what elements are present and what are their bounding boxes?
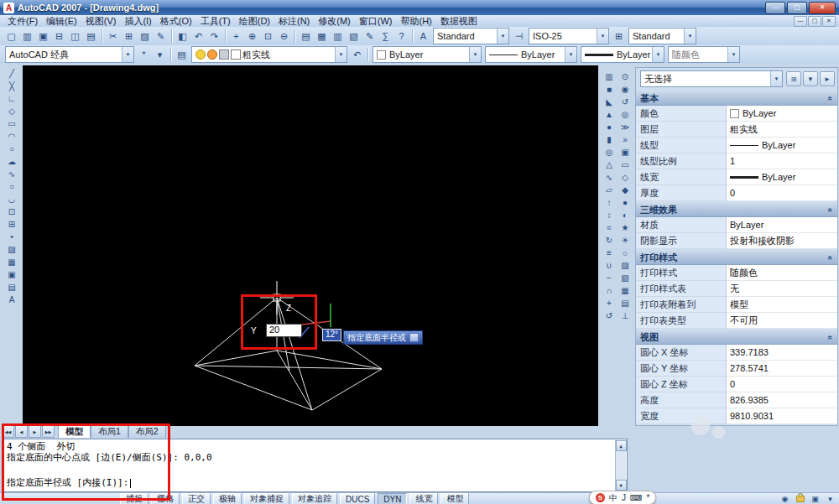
selection-combo[interactable]: 无选择 ▼ [640, 70, 783, 87]
status-toggle-snap[interactable]: 捕捉 [120, 493, 149, 504]
status-toggle-model-space[interactable]: 模型 [440, 493, 469, 504]
torus-icon[interactable]: ◎ [602, 146, 617, 158]
toggle-pickadd-icon[interactable]: ⊞ [786, 71, 801, 86]
render-icon[interactable]: ★ [618, 221, 633, 234]
arc-icon[interactable]: ◠ [4, 130, 19, 143]
chevron-down-icon[interactable]: ▼ [684, 29, 696, 44]
properties-icon[interactable]: ▤ [298, 29, 314, 44]
property-value[interactable]: 0 [727, 377, 837, 392]
table-style-combo[interactable]: Standard ▼ [628, 28, 696, 44]
camera-icon[interactable]: ▣ [618, 146, 633, 158]
property-value[interactable]: ByLayer [727, 138, 837, 153]
circle-icon[interactable]: ○ [4, 143, 19, 155]
extrude-icon[interactable]: ↑ [602, 196, 617, 209]
property-value[interactable]: 278.5741 [727, 361, 837, 377]
zoom-window-icon[interactable]: ⊡ [260, 29, 276, 44]
new-icon[interactable]: ▢ [3, 29, 19, 44]
chevron-down-icon[interactable]: ▼ [122, 47, 133, 62]
3d-wireframe-icon[interactable]: ◇ [618, 171, 633, 184]
polygon-icon[interactable]: ◇ [4, 105, 19, 117]
layer-lock-icon[interactable] [219, 49, 229, 60]
menu-item-edit[interactable]: 编辑(E) [42, 15, 81, 28]
maximize-button[interactable]: ▢ [787, 2, 807, 14]
menu-item-format[interactable]: 格式(O) [156, 15, 196, 28]
3d-rotate-icon[interactable]: ↺ [602, 309, 617, 322]
layer-freeze-icon[interactable] [207, 49, 217, 60]
region-icon[interactable]: ▣ [4, 268, 19, 281]
2d-wireframe-icon[interactable]: ▭ [618, 158, 633, 171]
property-value[interactable]: ByLayer [727, 106, 837, 122]
cone-icon[interactable]: ▲ [602, 108, 617, 121]
workspace-settings-icon[interactable]: * [136, 47, 152, 63]
hatch-icon[interactable]: ▨ [4, 243, 19, 256]
collapse-chevron-icon[interactable]: « [826, 255, 836, 260]
table-icon[interactable]: ▤ [4, 281, 19, 294]
layer-on-icon[interactable] [195, 49, 206, 60]
tray-windows-icon[interactable]: ▣ [810, 494, 821, 504]
free-orbit-icon[interactable]: ◉ [618, 83, 633, 96]
status-toggle-ducs[interactable]: DUCS [340, 493, 375, 504]
construction-line-icon[interactable]: ╳ [4, 80, 19, 92]
redo-icon[interactable]: ↷ [206, 29, 222, 44]
chevron-down-icon[interactable]: ▼ [469, 47, 481, 62]
chevron-down-icon[interactable]: ▼ [497, 29, 508, 44]
chevron-down-icon[interactable]: ▼ [727, 47, 739, 62]
sogou-logo[interactable]: S [596, 493, 605, 502]
property-value[interactable]: 826.9385 [727, 392, 837, 408]
copy-icon[interactable]: ⊞ [121, 29, 137, 44]
help-icon[interactable]: ? [393, 29, 409, 44]
constrained-orbit-icon[interactable]: ⊙ [618, 70, 633, 83]
lights-icon[interactable]: ☀ [618, 234, 633, 247]
3d-move-icon[interactable]: + [602, 297, 617, 309]
zoom-previous-icon[interactable]: ⊖ [276, 29, 292, 44]
rectangle-icon[interactable]: ▭ [4, 117, 19, 130]
property-value[interactable]: 粗实线 [727, 122, 837, 138]
block-editor-icon[interactable]: ◧ [175, 29, 190, 44]
menu-item-dataview[interactable]: 数据视图 [436, 15, 482, 28]
keyboard-icon[interactable]: ⌨ [630, 493, 642, 502]
collapse-chevron-icon[interactable]: « [826, 207, 836, 212]
status-toggle-ortho[interactable]: 正交 [182, 493, 211, 504]
fly-icon[interactable]: » [618, 133, 633, 146]
child-close-button[interactable]: ✕ [822, 16, 836, 27]
status-menu-chevron-icon[interactable]: ▾ [825, 494, 836, 504]
match-properties-icon[interactable]: ✎ [153, 29, 169, 44]
ime-mode[interactable]: J [622, 493, 626, 502]
status-toggle-lwt[interactable]: 线宽 [409, 493, 438, 504]
property-value[interactable]: ByLayer [727, 169, 837, 185]
pyramid-icon[interactable]: △ [602, 158, 617, 171]
spline-icon[interactable]: ∿ [4, 168, 19, 180]
last-tab-icon[interactable]: ▶▶ [42, 425, 55, 438]
loft-icon[interactable]: ≡ [602, 247, 617, 259]
property-value[interactable]: 339.7183 [727, 345, 837, 361]
tab-layout2[interactable]: 布局2 [128, 425, 166, 438]
minimize-button[interactable]: — [765, 2, 785, 14]
child-minimize-button[interactable]: — [794, 16, 807, 27]
presspull-icon[interactable]: ↕ [602, 209, 617, 221]
3d-hidden-icon[interactable]: ◆ [618, 184, 633, 196]
planar-surface-icon[interactable]: ▱ [602, 184, 617, 196]
named-views-icon[interactable]: ▤ [618, 297, 633, 309]
multiline-text-icon[interactable]: A [4, 294, 19, 306]
menu-item-draw[interactable]: 绘图(D) [235, 15, 274, 28]
collapse-chevron-icon[interactable]: « [826, 96, 836, 101]
section-header[interactable]: 三维效果« [636, 203, 837, 217]
collapse-chevron-icon[interactable]: « [826, 335, 836, 340]
insert-block-icon[interactable]: ⊡ [4, 205, 19, 218]
prev-tab-icon[interactable]: ◀ [15, 425, 28, 438]
command-window[interactable]: 4 个侧面 外切指定底面的中心点或 [边(E)/侧面(S)]: 0,0,0 指定… [2, 439, 628, 492]
background-icon[interactable]: ▦ [618, 284, 633, 297]
swivel-icon[interactable]: ◎ [618, 108, 633, 121]
status-toggle-polar[interactable]: 极轴 [213, 493, 242, 504]
property-value[interactable]: 投射和接收阴影 [727, 233, 837, 249]
tool-palettes-icon[interactable]: ▥ [330, 29, 346, 44]
cut-icon[interactable]: ✂ [105, 29, 121, 44]
mapping-icon[interactable]: ▧ [618, 272, 633, 284]
sun-properties-icon[interactable]: ☼ [618, 247, 633, 259]
table-style-icon[interactable]: ⊞ [611, 29, 627, 44]
status-toggle-otrack[interactable]: 对象追踪 [292, 493, 337, 504]
workspace-combo[interactable]: AutoCAD 经典 ▼ [5, 46, 134, 63]
text-style-combo[interactable]: Standard ▼ [433, 28, 509, 44]
toolbar-lock-icon[interactable] [795, 494, 805, 504]
plot-preview-icon[interactable]: ◫ [67, 29, 83, 44]
